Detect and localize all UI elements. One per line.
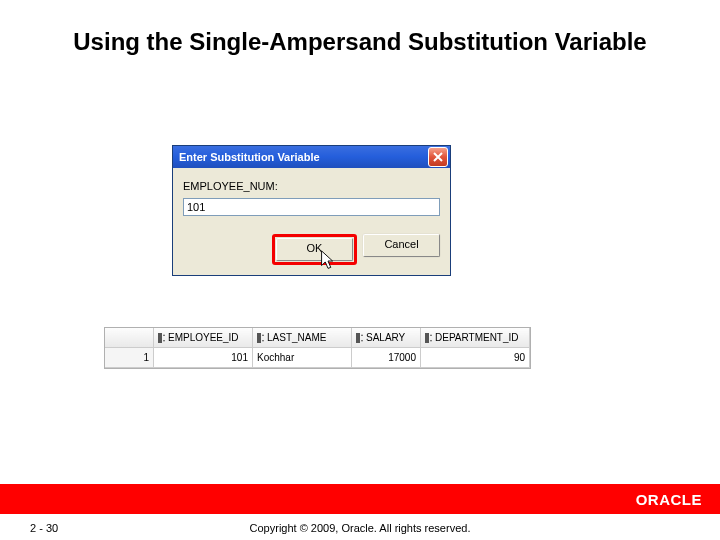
- employee-num-input[interactable]: [183, 198, 440, 216]
- row-number: 1: [105, 348, 154, 368]
- close-icon: [433, 152, 443, 162]
- table-row[interactable]: 1 101 Kochhar 17000 90: [105, 348, 530, 368]
- table-header-row: EMPLOYEE_ID LAST_NAME SALARY DEPARTMENT_…: [105, 328, 530, 348]
- close-button[interactable]: [428, 147, 448, 167]
- substitution-dialog: Enter Substitution Variable EMPLOYEE_NUM…: [172, 145, 451, 276]
- col-salary[interactable]: SALARY: [352, 328, 421, 348]
- col-label: LAST_NAME: [267, 332, 326, 343]
- footer-bar: ORACLE: [0, 484, 720, 514]
- col-department-id[interactable]: DEPARTMENT_ID: [421, 328, 530, 348]
- slide-title: Using the Single-Ampersand Substitution …: [0, 28, 720, 56]
- svg-rect-3: [425, 333, 429, 343]
- prompt-label: EMPLOYEE_NUM:: [183, 180, 440, 192]
- ok-button[interactable]: OK: [276, 238, 353, 261]
- dialog-button-row: OK Cancel: [183, 234, 440, 265]
- col-label: SALARY: [366, 332, 405, 343]
- col-label: DEPARTMENT_ID: [435, 332, 519, 343]
- dialog-title-text: Enter Substitution Variable: [179, 151, 428, 163]
- dialog-body: EMPLOYEE_NUM: OK Cancel: [173, 168, 450, 275]
- col-last-name[interactable]: LAST_NAME: [253, 328, 352, 348]
- sort-icon: [356, 333, 364, 343]
- ok-highlight: OK: [272, 234, 357, 265]
- rownum-header: [105, 328, 154, 348]
- dialog-titlebar[interactable]: Enter Substitution Variable: [173, 146, 450, 168]
- cell-salary: 17000: [352, 348, 421, 368]
- results-grid: EMPLOYEE_ID LAST_NAME SALARY DEPARTMENT_…: [104, 327, 531, 369]
- col-label: EMPLOYEE_ID: [168, 332, 239, 343]
- slide: Using the Single-Ampersand Substitution …: [0, 0, 720, 540]
- oracle-logo: ORACLE: [636, 491, 702, 508]
- cancel-button[interactable]: Cancel: [363, 234, 440, 257]
- sort-icon: [257, 333, 265, 343]
- cell-last-name: Kochhar: [253, 348, 352, 368]
- cell-department-id: 90: [421, 348, 530, 368]
- svg-rect-2: [356, 333, 360, 343]
- svg-rect-0: [158, 333, 162, 343]
- svg-rect-1: [257, 333, 261, 343]
- cell-employee-id: 101: [154, 348, 253, 368]
- col-employee-id[interactable]: EMPLOYEE_ID: [154, 328, 253, 348]
- sort-icon: [158, 333, 166, 343]
- copyright-text: Copyright © 2009, Oracle. All rights res…: [0, 522, 720, 534]
- sort-icon: [425, 333, 433, 343]
